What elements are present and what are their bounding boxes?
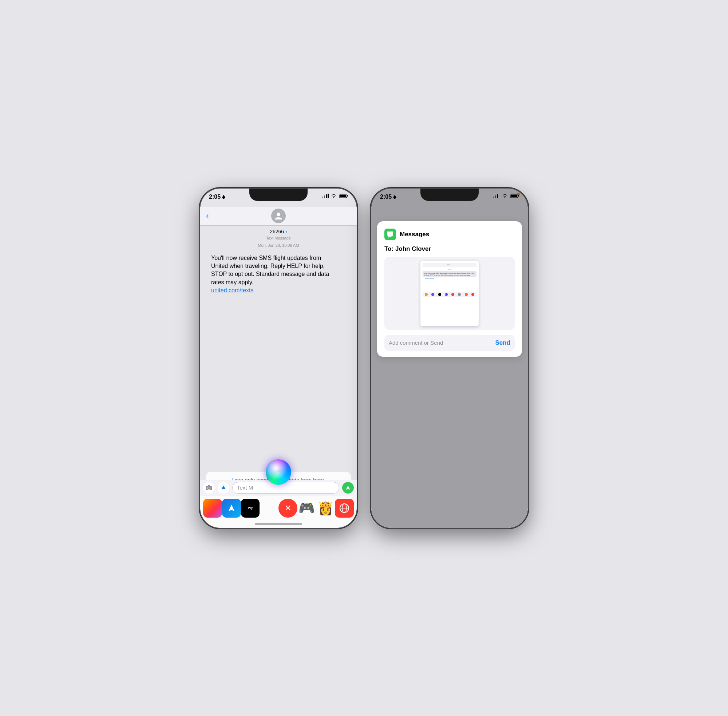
right-phone-screen: 2:05 xyxy=(371,188,528,528)
input-placeholder-left: Text M xyxy=(237,484,253,491)
svg-marker-12 xyxy=(346,485,350,490)
location-icon-left xyxy=(222,195,225,199)
input-bar-left: Text M xyxy=(200,480,357,496)
appstore-icon-left xyxy=(221,485,226,491)
applepay-icon-left[interactable]: Pay xyxy=(241,499,260,517)
character-icon-left[interactable]: 👸 xyxy=(316,499,335,517)
siri-placeholder-left xyxy=(259,499,279,517)
notch xyxy=(249,188,308,201)
photos-icon-left[interactable] xyxy=(203,499,222,517)
svg-rect-1 xyxy=(322,197,323,198)
wifi-icon-right xyxy=(502,194,508,198)
mini-footer-dot-7 xyxy=(465,293,468,296)
notch-right xyxy=(420,188,479,201)
contact-chevron-left: › xyxy=(285,229,287,234)
status-icons-left xyxy=(322,194,348,198)
mini-footer-dot-4 xyxy=(445,293,448,296)
mini-ss-header: 2:05 ····· xyxy=(423,263,476,267)
contact-avatar-left xyxy=(271,209,286,223)
msg-date-left: Mon, Jun 28, 10:08 AM xyxy=(200,243,357,247)
appstore-a-icon xyxy=(226,503,237,513)
camera-icon-left xyxy=(206,485,212,490)
mini-ss-contact: 26266 xyxy=(423,268,476,270)
send-arrow-icon-left xyxy=(345,485,351,491)
share-app-name: Messages xyxy=(400,231,429,238)
share-comment-bar[interactable]: Add comment or Send Send xyxy=(384,335,515,351)
back-button-left[interactable]: ‹ xyxy=(206,211,209,221)
game-icon-left[interactable]: 🎮 xyxy=(297,499,316,517)
svg-rect-2 xyxy=(324,196,325,198)
status-time-right: 2:05 xyxy=(380,194,396,200)
svg-rect-11 xyxy=(208,485,210,486)
share-sheet-right: Messages To: John Clover 2:05 ····· 2626… xyxy=(377,221,522,357)
person-icon-left xyxy=(274,211,283,220)
message-input-left[interactable]: Text M xyxy=(232,482,339,494)
svg-rect-22 xyxy=(518,195,519,197)
message-link-left[interactable]: united.com/texts xyxy=(211,287,254,293)
mini-footer-dot-1 xyxy=(425,293,428,296)
content-area-left: 26266 › Text Message Mon, Jun 28, 10:08 … xyxy=(200,226,357,470)
globe-svg-left xyxy=(339,503,349,513)
mini-ss-bubble: You'll now receive SMS flight updates fr… xyxy=(423,271,476,277)
camera-input-button-left[interactable] xyxy=(203,482,215,494)
status-icons-right xyxy=(493,194,519,198)
message-bubble-left: You'll now receive SMS flight updates fr… xyxy=(206,250,339,299)
mini-ss-space xyxy=(423,279,476,290)
mini-footer-dot-2 xyxy=(431,293,434,296)
left-phone: 2:05 xyxy=(200,188,357,528)
share-to-label: To: John Clover xyxy=(384,245,515,253)
svg-rect-20 xyxy=(497,194,498,198)
svg-rect-23 xyxy=(511,194,517,197)
signal-icon-left xyxy=(322,194,329,198)
mini-ss-link: united.com/texts xyxy=(425,278,474,279)
mini-footer-dot-8 xyxy=(472,293,474,296)
msg-type-left: Text Message xyxy=(200,236,357,240)
contact-name-left[interactable]: 26266 › xyxy=(200,226,357,236)
mini-footer-dot-6 xyxy=(458,293,461,296)
share-preview: 2:05 ····· 26266 You'll now receive SMS … xyxy=(384,257,515,330)
svg-rect-4 xyxy=(328,194,329,198)
right-phone: 2:05 xyxy=(371,188,528,528)
status-time-left: 2:05 xyxy=(209,194,225,200)
svg-rect-7 xyxy=(340,194,346,197)
svg-marker-0 xyxy=(222,195,225,199)
messages-bubble-icon xyxy=(387,231,394,238)
applepay-label: Pay xyxy=(248,506,253,510)
mini-ss-footer xyxy=(423,292,476,297)
globe-icon-left[interactable] xyxy=(335,499,354,517)
share-header: Messages xyxy=(384,229,515,240)
mini-footer-dot-5 xyxy=(451,293,454,296)
share-comment-placeholder: Add comment or Send xyxy=(389,340,443,346)
battery-icon-right xyxy=(510,194,519,198)
svg-rect-6 xyxy=(347,195,348,197)
left-phone-screen: 2:05 xyxy=(200,188,357,528)
svg-rect-19 xyxy=(495,196,496,198)
wifi-icon-left xyxy=(331,194,337,198)
svg-rect-3 xyxy=(326,194,327,198)
siri-orb-left xyxy=(266,460,291,485)
mini-footer-dot-3 xyxy=(438,293,441,296)
location-icon-right xyxy=(393,195,396,199)
share-send-button[interactable]: Send xyxy=(495,339,510,347)
signal-icon-right xyxy=(493,194,500,198)
home-indicator-left xyxy=(255,523,302,525)
svg-rect-18 xyxy=(493,197,494,198)
share-preview-inner: 2:05 ····· 26266 You'll now receive SMS … xyxy=(384,257,515,330)
mini-screenshot: 2:05 ····· 26266 You'll now receive SMS … xyxy=(420,261,479,326)
pencil-icon-left[interactable]: ✕ xyxy=(279,499,297,517)
apps-input-button-left[interactable] xyxy=(218,482,229,494)
svg-point-8 xyxy=(277,212,280,216)
appstore-icon-left2[interactable] xyxy=(222,499,241,517)
messages-app-icon xyxy=(384,229,396,240)
svg-marker-17 xyxy=(393,195,396,199)
send-button-left[interactable] xyxy=(342,482,354,494)
close-x-icon: ✕ xyxy=(285,504,291,513)
nav-bar-left: ‹ xyxy=(200,207,357,226)
battery-icon-left xyxy=(339,194,348,198)
